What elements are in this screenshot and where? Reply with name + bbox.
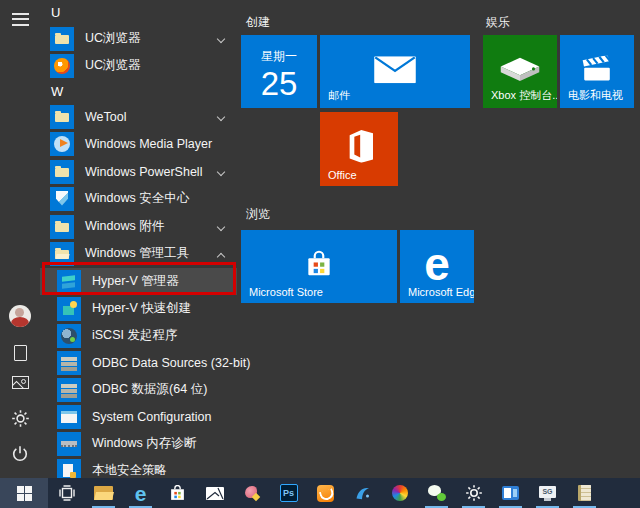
app-item-hyperv-manager[interactable]: Hyper-V 管理器 <box>40 268 237 295</box>
app-item-label: UC浏览器 <box>85 57 141 74</box>
app-item-label: Windows PowerShell <box>85 165 202 179</box>
user-account-button[interactable] <box>0 299 40 333</box>
user-avatar-icon <box>9 305 31 327</box>
photoshop-icon: Ps <box>280 484 298 502</box>
app-list: U UC浏览器 UC浏览器 W WeTool Windows Media Pla… <box>40 0 237 478</box>
folder-icon <box>50 27 74 51</box>
taskbar-uc-browser-button[interactable] <box>307 478 344 508</box>
app-item-label: ODBC 数据源(64 位) <box>92 381 207 398</box>
office-logo-icon <box>345 130 373 163</box>
mail-envelope-icon <box>206 487 224 500</box>
chevron-up-icon[interactable] <box>217 253 225 261</box>
tile-label: 邮件 <box>328 88 350 103</box>
clapperboard-icon <box>581 55 613 83</box>
taskbar-sogou-button[interactable]: SG <box>529 478 566 508</box>
taskbar-file-explorer-button[interactable] <box>85 478 122 508</box>
app-item-hyperv-quick-create[interactable]: Hyper-V 快速创建 <box>40 295 237 322</box>
app-item-windows-memory-diagnostic[interactable]: Windows 内存诊断 <box>40 430 237 457</box>
taskbar-photo-viewer-button[interactable] <box>492 478 529 508</box>
taskbar-edge-button[interactable]: e <box>122 478 159 508</box>
app-item-odbc-64bit[interactable]: ODBC 数据源(64 位) <box>40 376 237 403</box>
security-shield-icon <box>50 187 74 211</box>
wechat-icon <box>428 485 446 501</box>
tile-label: Microsoft Store <box>249 286 323 298</box>
taskbar-photoshop-button[interactable]: Ps <box>270 478 307 508</box>
app-item-label: ODBC Data Sources (32-bit) <box>92 356 250 370</box>
file-explorer-icon <box>94 486 113 500</box>
app-item-wetool[interactable]: WeTool <box>40 103 237 130</box>
folder-open-icon <box>50 242 74 266</box>
system-configuration-icon <box>57 405 81 429</box>
store-bag-icon <box>169 485 186 502</box>
start-menu-screen: U UC浏览器 UC浏览器 W WeTool Windows Media Pla… <box>0 0 640 508</box>
taskbar-flower-app-button[interactable] <box>233 478 270 508</box>
tile-label: Office <box>328 169 357 181</box>
app-item-label: System Configuration <box>92 410 212 424</box>
media-player-icon <box>50 132 74 156</box>
xbox-console-icon <box>495 52 545 85</box>
tile-group-label-create[interactable]: 创建 <box>246 14 270 31</box>
tile-office[interactable]: Office <box>320 112 398 186</box>
app-item-windows-security-center[interactable]: Windows 安全中心 <box>40 185 237 212</box>
memory-diagnostic-icon <box>57 432 81 456</box>
app-item-windows-powershell[interactable]: Windows PowerShell <box>40 158 237 185</box>
section-header-w[interactable]: W <box>51 84 63 99</box>
windows-logo-icon <box>17 486 32 501</box>
app-item-windows-accessories[interactable]: Windows 附件 <box>40 213 237 240</box>
power-icon <box>11 444 29 462</box>
settings-button[interactable] <box>0 401 40 435</box>
section-header-u[interactable]: U <box>51 5 60 20</box>
taskbar-notebook-app-button[interactable] <box>566 478 603 508</box>
tile-area: 创建 娱乐 浏览 星期一 25 邮件 Xbox 控制台... 电影和电视 Off… <box>240 0 640 478</box>
app-item-windows-admin-tools[interactable]: Windows 管理工具 <box>40 240 237 267</box>
document-icon <box>14 345 27 361</box>
taskbar: e Ps SG <box>0 478 640 508</box>
tile-movies-tv[interactable]: 电影和电视 <box>560 35 634 108</box>
folder-icon <box>50 215 74 239</box>
app-item-system-configuration[interactable]: System Configuration <box>40 403 237 430</box>
taskbar-start-button[interactable] <box>0 478 48 508</box>
app-item-iscsi-initiator[interactable]: iSCSI 发起程序 <box>40 322 237 349</box>
odbc-icon <box>57 378 81 402</box>
gear-icon <box>465 484 483 502</box>
taskbar-mail-button[interactable] <box>196 478 233 508</box>
taskbar-thunder-button[interactable] <box>344 478 381 508</box>
photo-viewer-icon <box>502 486 519 500</box>
hyperv-manager-icon <box>57 270 81 294</box>
power-button[interactable] <box>0 436 40 470</box>
store-bag-icon <box>303 249 335 279</box>
chevron-down-icon[interactable] <box>217 168 225 176</box>
hamburger-menu-button[interactable] <box>0 2 40 36</box>
tile-microsoft-store[interactable]: Microsoft Store <box>241 230 397 303</box>
folder-icon <box>50 160 74 184</box>
app-item-odbc-32bit[interactable]: ODBC Data Sources (32-bit) <box>40 349 237 376</box>
app-item-label: Windows 附件 <box>85 218 164 235</box>
tile-calendar[interactable]: 星期一 25 <box>241 35 317 108</box>
tile-mail[interactable]: 邮件 <box>320 35 470 108</box>
app-item-uc-browser-folder[interactable]: UC浏览器 <box>40 25 237 52</box>
taskbar-store-button[interactable] <box>159 478 196 508</box>
pictures-icon <box>12 376 29 389</box>
tile-group-label-browse[interactable]: 浏览 <box>246 206 270 223</box>
chevron-down-icon[interactable] <box>217 35 225 43</box>
app-item-label: Windows 安全中心 <box>85 190 189 207</box>
taskbar-settings-button[interactable] <box>455 478 492 508</box>
chevron-down-icon[interactable] <box>217 223 225 231</box>
taskbar-task-view-button[interactable] <box>48 478 85 508</box>
pictures-button[interactable] <box>0 365 40 399</box>
taskbar-color-wheel-app-button[interactable] <box>381 478 418 508</box>
tile-group-label-entertainment[interactable]: 娱乐 <box>486 14 510 31</box>
uc-browser-icon <box>317 485 334 502</box>
app-item-label: 本地安全策略 <box>92 462 167 479</box>
tile-microsoft-edge[interactable]: e Microsoft Edge <box>400 230 474 303</box>
app-item-windows-media-player[interactable]: Windows Media Player <box>40 130 237 157</box>
edge-icon: e <box>135 483 147 504</box>
tile-xbox-console[interactable]: Xbox 控制台... <box>483 35 557 108</box>
taskbar-wechat-button[interactable] <box>418 478 455 508</box>
calendar-day-number: 25 <box>241 65 317 103</box>
app-item-uc-browser[interactable]: UC浏览器 <box>40 52 237 79</box>
thunder-icon <box>354 485 371 502</box>
chevron-down-icon[interactable] <box>217 113 225 121</box>
app-item-label: Windows 内存诊断 <box>92 435 196 452</box>
start-menu-rail <box>0 0 40 478</box>
